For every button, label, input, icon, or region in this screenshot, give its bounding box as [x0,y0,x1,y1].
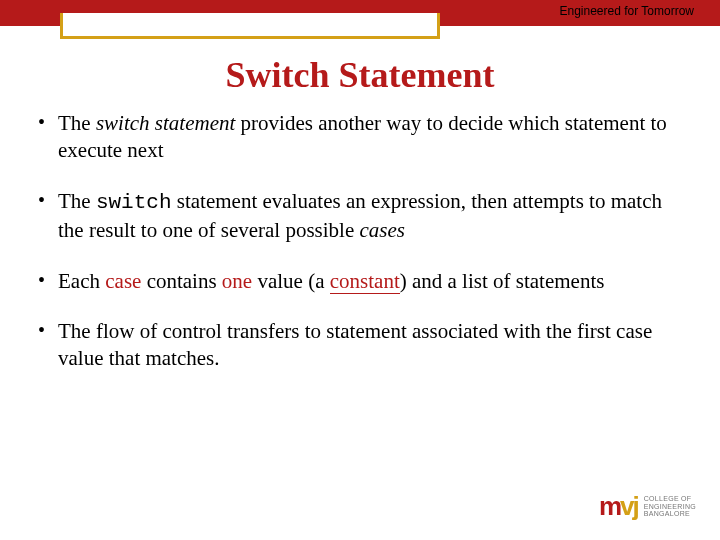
keyword-constant: constant [330,269,400,294]
logo-letter-vj: vj [620,491,638,521]
bullet-3: Each case contains one value (a constant… [36,268,684,295]
text: Each [58,269,105,293]
logo-line1: COLLEGE OF [644,495,696,503]
bullet-list: The switch statement provides another wa… [36,110,684,372]
logo: mvj COLLEGE OF ENGINEERING BANGALORE [599,491,696,522]
text: value (a [252,269,330,293]
text: The flow of control transfers to stateme… [58,319,652,370]
code-switch: switch [96,191,172,214]
slide: Engineered for Tomorrow Switch Statement… [0,0,720,540]
logo-mark: mvj [599,491,638,522]
bullet-4: The flow of control transfers to stateme… [36,318,684,372]
keyword-case: case [105,269,141,293]
logo-line2: ENGINEERING [644,503,696,511]
text: The [58,189,96,213]
logo-letter-m: m [599,491,620,521]
slide-title: Switch Statement [0,54,720,96]
tagline: Engineered for Tomorrow [559,4,694,18]
logo-line3: BANGALORE [644,510,696,518]
text: contains [141,269,221,293]
keyword-cases: cases [360,218,406,242]
text: The [58,111,96,135]
bullet-2: The switch statement evaluates an expres… [36,188,684,244]
bullet-1: The switch statement provides another wa… [36,110,684,164]
logo-text: COLLEGE OF ENGINEERING BANGALORE [644,495,696,518]
keyword-switch-statement: switch statement [96,111,235,135]
text: ) and a list of statements [400,269,605,293]
title-notch [60,13,440,39]
keyword-one: one [222,269,252,293]
content-area: The switch statement provides another wa… [0,96,720,372]
